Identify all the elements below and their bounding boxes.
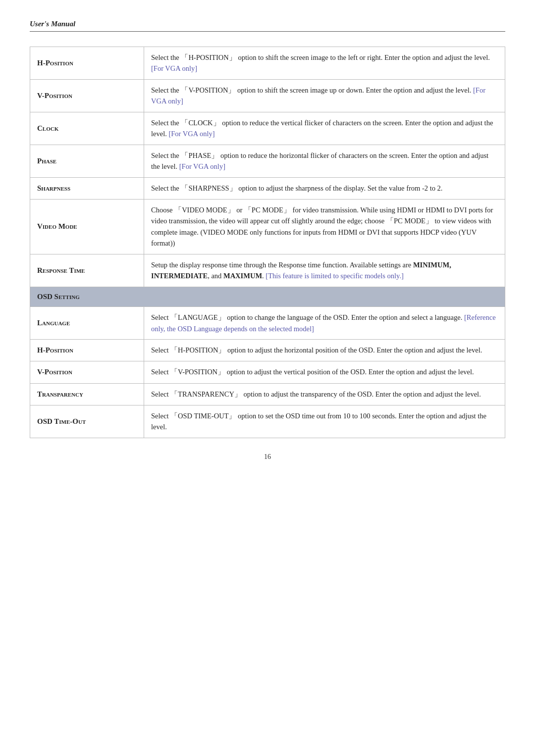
table-row: Response TimeSetup the display response … [30,254,505,287]
table-row: PhaseSelect the 「PHASE」 option to reduce… [30,145,505,177]
table-row: V-PositionSelect the 「V-POSITION」 option… [30,79,505,112]
feature-label: Sharpness [30,177,144,199]
table-row: SharpnessSelect the 「SHARPNESS」 option t… [30,177,505,199]
feature-label: Clock [30,112,144,145]
feature-label: OSD Time-Out [30,405,144,438]
table-row: V-PositionSelect 「V-POSITION」 option to … [30,361,505,383]
feature-label: H-Position [30,340,144,361]
feature-label: H-Position [30,47,144,80]
table-row: H-PositionSelect the 「H-POSITION」 option… [30,47,505,80]
description-cell: Select the 「V-POSITION」 option to shift … [144,79,505,112]
page-title: User's Manual [30,20,75,28]
description-cell: Select 「OSD TIME-OUT」 option to set the … [144,405,505,438]
feature-label: V-Position [30,79,144,112]
page-number: 16 [30,453,505,461]
feature-label: Video Mode [30,200,144,254]
description-cell: Select 「H-POSITION」 option to adjust the… [144,340,505,361]
feature-label: Phase [30,145,144,177]
description-cell: Select the 「PHASE」 option to reduce the … [144,145,505,177]
description-cell: Select the 「H-POSITION」 option to shift … [144,47,505,80]
section-header-row: OSD Setting [30,287,505,306]
feature-label: Response Time [30,254,144,287]
description-cell: Choose 「VIDEO MODE」 or 「PC MODE」 for vid… [144,200,505,254]
table-row: TransparencySelect 「TRANSPARENCY」 option… [30,383,505,405]
description-cell: Select the 「SHARPNESS」 option to adjust … [144,177,505,199]
page-header: User's Manual [30,20,505,32]
table-row: H-PositionSelect 「H-POSITION」 option to … [30,340,505,361]
description-cell: Select 「LANGUAGE」 option to change the l… [144,307,505,340]
description-cell: Select the 「CLOCK」 option to reduce the … [144,112,505,145]
main-table: H-PositionSelect the 「H-POSITION」 option… [30,47,505,438]
table-row: LanguageSelect 「LANGUAGE」 option to chan… [30,307,505,340]
section-header-label: OSD Setting [30,287,505,306]
table-row: ClockSelect the 「CLOCK」 option to reduce… [30,112,505,145]
feature-label: Transparency [30,383,144,405]
table-row: OSD Time-OutSelect 「OSD TIME-OUT」 option… [30,405,505,438]
feature-label: Language [30,307,144,340]
description-cell: Setup the display response time through … [144,254,505,287]
table-row: Video ModeChoose 「VIDEO MODE」 or 「PC MOD… [30,200,505,254]
description-cell: Select 「V-POSITION」 option to adjust the… [144,361,505,383]
description-cell: Select 「TRANSPARENCY」 option to adjust t… [144,383,505,405]
feature-label: V-Position [30,361,144,383]
